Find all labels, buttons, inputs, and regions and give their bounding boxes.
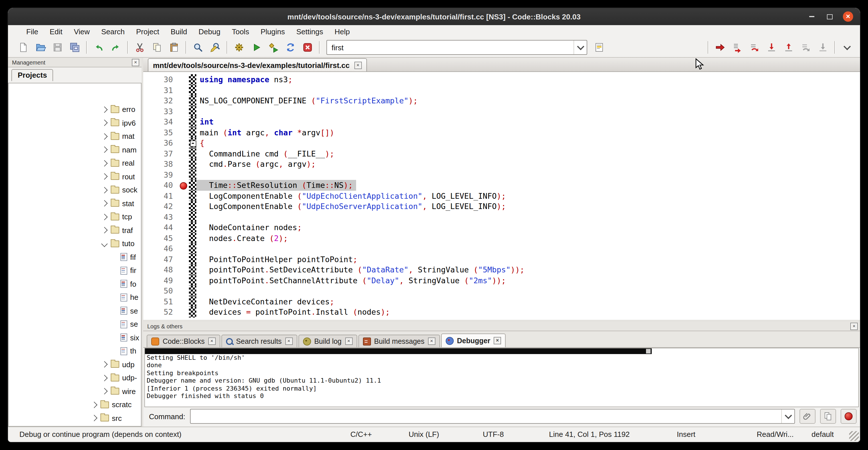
tree-item-nam[interactable]: nam xyxy=(8,143,141,156)
breakpoint-margin[interactable] xyxy=(178,169,189,180)
chevron-right-icon[interactable] xyxy=(101,147,108,153)
breakpoint-margin[interactable] xyxy=(178,201,189,212)
tree-item-fo[interactable]: fo xyxy=(8,277,141,291)
rebuild-button[interactable] xyxy=(282,39,299,55)
close-tab-icon[interactable] xyxy=(285,337,292,345)
redo-button[interactable] xyxy=(107,39,124,55)
tree-item-rout[interactable]: rout xyxy=(8,170,141,183)
breakpoint-margin[interactable] xyxy=(178,307,189,317)
open-file-button[interactable] xyxy=(32,39,49,55)
chevron-right-icon[interactable] xyxy=(101,388,108,395)
fold-marker-icon[interactable] xyxy=(190,140,196,147)
abort-build-button[interactable] xyxy=(299,39,316,55)
minimize-button[interactable] xyxy=(806,11,817,22)
breakpoint-margin[interactable] xyxy=(178,180,189,190)
close-tab-icon[interactable] xyxy=(354,61,362,69)
tree-item-scratc[interactable]: scratc xyxy=(8,398,141,412)
chevron-right-icon[interactable] xyxy=(101,106,108,113)
cut-button[interactable] xyxy=(131,39,148,55)
tree-item-erro[interactable]: erro xyxy=(8,103,141,116)
tree-item-wire[interactable]: wire xyxy=(8,385,141,398)
log-tab-code-blocks[interactable]: Code::Blocks xyxy=(147,335,220,347)
menu-build[interactable]: Build xyxy=(165,26,193,37)
tree-item-ipv6[interactable]: ipv6 xyxy=(8,116,141,130)
resize-grip[interactable] xyxy=(849,431,859,441)
log-tab-search-results[interactable]: Search results xyxy=(221,335,297,347)
tree-item-udp[interactable]: udp xyxy=(8,358,141,371)
menu-tools[interactable]: Tools xyxy=(226,26,255,37)
close-tab-icon[interactable] xyxy=(345,337,352,345)
undo-button[interactable] xyxy=(90,39,107,55)
management-close-icon[interactable] xyxy=(132,59,139,66)
replace-button[interactable] xyxy=(207,39,224,55)
build-button[interactable] xyxy=(230,39,248,55)
incremental-search-input[interactable] xyxy=(327,43,574,52)
chevron-right-icon[interactable] xyxy=(101,173,108,180)
tab-projects[interactable]: Projects xyxy=(11,69,53,81)
tree-item-stat[interactable]: stat xyxy=(8,197,141,210)
close-tab-icon[interactable] xyxy=(208,337,215,345)
tree-item-tuto[interactable]: tuto xyxy=(8,237,141,250)
breakpoint-margin[interactable] xyxy=(178,138,189,148)
log-tab-build-log[interactable]: Build log xyxy=(298,335,357,347)
step-out-button[interactable] xyxy=(780,39,797,55)
log-tab-debugger[interactable]: Debugger xyxy=(441,333,506,347)
menu-help[interactable]: Help xyxy=(329,26,355,37)
next-line-button[interactable] xyxy=(746,39,763,55)
menu-plugins[interactable]: Plugins xyxy=(255,26,290,37)
project-tree[interactable]: erroipv6matnamrealroutsockstattcptraftut… xyxy=(8,83,142,427)
editor-tab-first-cc[interactable]: mnt/dev/tools/source/ns-3-dev/examples/t… xyxy=(148,58,367,71)
search-options-button[interactable] xyxy=(591,39,608,55)
breakpoint-margin[interactable] xyxy=(178,127,189,138)
breakpoint-margin[interactable] xyxy=(178,233,189,243)
breakpoint-margin[interactable] xyxy=(178,106,189,117)
breakpoint-margin[interactable] xyxy=(178,148,189,159)
command-combo[interactable] xyxy=(190,409,795,424)
log-tab-build-messages[interactable]: Build messages xyxy=(358,335,440,347)
chevron-right-icon[interactable] xyxy=(101,120,108,126)
toolbar-overflow-button[interactable] xyxy=(838,39,856,55)
tree-item-tcp[interactable]: tcp xyxy=(8,210,141,223)
tree-item-real[interactable]: real xyxy=(8,156,141,170)
next-instruction-button[interactable] xyxy=(797,39,814,55)
tree-item-six[interactable]: six xyxy=(8,331,141,344)
breakpoint-margin[interactable] xyxy=(178,159,189,169)
chevron-right-icon[interactable] xyxy=(101,374,108,381)
command-dropdown-button[interactable] xyxy=(781,410,795,423)
breakpoint-margin[interactable] xyxy=(178,212,189,222)
maximize-button[interactable] xyxy=(825,11,835,22)
breakpoint-margin[interactable] xyxy=(178,117,189,127)
breakpoint-margin[interactable] xyxy=(178,243,189,254)
chevron-right-icon[interactable] xyxy=(91,415,98,421)
step-into-instruction-button[interactable] xyxy=(814,39,832,55)
code-area[interactable]: 30using namespace ns3;3132NS_LOG_COMPONE… xyxy=(143,72,860,320)
tree-item-se[interactable]: se xyxy=(8,318,141,331)
tree-item-fif[interactable]: fif xyxy=(8,250,141,264)
chevron-right-icon[interactable] xyxy=(101,160,108,167)
menu-search[interactable]: Search xyxy=(96,26,130,37)
title-bar[interactable]: mnt/dev/tools/source/ns-3-dev/examples/t… xyxy=(8,8,860,25)
close-button[interactable] xyxy=(843,11,853,22)
breakpoint-margin[interactable] xyxy=(178,264,189,275)
tree-item-traf[interactable]: traf xyxy=(8,223,141,237)
breakpoint-margin[interactable] xyxy=(178,296,189,307)
breakpoint-margin[interactable] xyxy=(178,95,189,106)
run-button[interactable] xyxy=(248,39,265,55)
menu-project[interactable]: Project xyxy=(130,26,165,37)
tree-item-sock[interactable]: sock xyxy=(8,183,141,197)
debugger-log-output[interactable]: Setting SHELL to '/bin/sh'doneSetting br… xyxy=(144,348,859,407)
tree-item-mat[interactable]: mat xyxy=(8,130,141,143)
close-tab-icon[interactable] xyxy=(494,337,501,344)
breakpoint-margin[interactable] xyxy=(178,74,189,85)
breakpoint-margin[interactable] xyxy=(178,286,189,296)
save-all-button[interactable] xyxy=(66,39,83,55)
find-button[interactable] xyxy=(189,39,207,55)
step-into-button[interactable] xyxy=(763,39,780,55)
breakpoint-margin[interactable] xyxy=(178,85,189,95)
tree-item-th[interactable]: th xyxy=(8,344,141,358)
menu-edit[interactable]: Edit xyxy=(44,26,68,37)
chevron-right-icon[interactable] xyxy=(101,227,108,234)
logs-close-icon[interactable] xyxy=(850,322,858,330)
tree-item-he[interactable]: he xyxy=(8,291,141,304)
debug-continue-button[interactable] xyxy=(712,39,729,55)
